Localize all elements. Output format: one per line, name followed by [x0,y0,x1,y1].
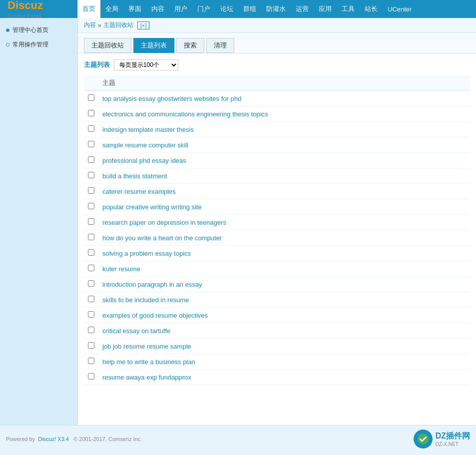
breadcrumb-content[interactable]: 内容 [84,21,96,29]
dz-logo-text-area: DZ插件网 DZ-X.NET [436,431,470,447]
row-checkbox[interactable] [88,280,94,287]
copyright-text: © 2001-2017, Comsenz Inc. [73,436,142,442]
nav-item-tools[interactable]: 工具 [337,0,360,18]
topic-link[interactable]: job job resume resume sample [102,343,191,350]
checkmark-icon [418,434,429,445]
topic-link[interactable]: how do you write a heart on the computer [102,234,222,242]
row-checkbox[interactable] [88,358,94,364]
nav-item-antispam[interactable]: 防灌水 [261,0,291,18]
topic-link[interactable]: critical essay on tartuffe [102,327,170,335]
per-page-select[interactable]: 每页显示100个每页显示50个每页显示20个 [114,59,178,70]
row-checkbox[interactable] [88,94,94,101]
topic-link[interactable]: professional phd essay ideas [102,157,186,164]
dz-logo: DZ插件网 DZ-X.NET [414,430,470,449]
sidebar-item-dashboard[interactable]: 管理中心首页 [0,23,77,37]
nav-item-forum[interactable]: 论坛 [215,0,238,18]
topic-link[interactable]: skills to be included in resume [102,296,189,304]
table-row: skills to be included in resume [84,292,470,308]
topic-link[interactable]: caterer resume examples [102,188,176,195]
row-checkbox[interactable] [88,141,94,147]
topic-link[interactable]: resume awaya exp fundapprox [102,374,191,381]
nav-item-home[interactable]: 首页 [77,0,100,18]
table-row: top analysis essay ghostwriters websites… [84,91,470,106]
row-checkbox[interactable] [88,110,94,116]
row-checkbox[interactable] [88,125,94,132]
topic-link[interactable]: examples of good resume objectives [102,312,208,319]
table-row: examples of good resume objectives [84,308,470,323]
footer-left: Powered by Discuz! X3.4 © 2001-2017, Com… [6,436,142,442]
sidebar-item-label: 管理中心首页 [12,26,48,34]
table-row: caterer resume examples [84,184,470,199]
content-area: 主题列表 每页显示100个每页显示50个每页显示20个 主题 top analy… [78,53,476,391]
table-row: resume awaya exp fundapprox [84,370,470,385]
row-checkbox[interactable] [88,218,94,225]
table-row: solving a problem essay topics [84,246,470,261]
topic-link[interactable]: solving a problem essay topics [102,250,191,257]
topic-link[interactable]: electronics and communications engineeri… [102,110,268,118]
topic-header: 主题 [98,75,470,91]
nav-item-ui[interactable]: 界面 [123,0,146,18]
row-checkbox[interactable] [88,156,94,163]
powered-by-link[interactable]: Discuz! X3.4 [38,436,69,442]
topic-link[interactable]: sample resume computer skill [102,141,188,149]
row-checkbox[interactable] [88,342,94,349]
topic-link[interactable]: top analysis essay ghostwriters websites… [102,95,241,102]
topic-link[interactable]: popular creative writing writing site [102,203,202,211]
tab-list[interactable]: 主题列表 [133,38,174,53]
dz-logo-sub: DZ-X.NET [436,442,470,447]
breadcrumb-separator: » [98,22,101,29]
breadcrumb-add-button[interactable]: [+] [137,21,150,29]
nav-item-apps[interactable]: 应用 [314,0,337,18]
nav-item-global[interactable]: 全局 [100,0,123,18]
tab-bar: 主题回收站 主题列表 搜索 清理 [78,33,476,53]
select-all-header [84,75,98,91]
nav-item-admin[interactable]: 站长 [360,0,383,18]
nav-item-content[interactable]: 内容 [146,0,169,18]
row-checkbox[interactable] [88,249,94,256]
sidebar-item-operations[interactable]: 常用操作管理 [0,37,77,52]
topic-link[interactable]: introduction paragraph in an essay [102,281,202,288]
row-checkbox[interactable] [88,296,94,302]
sidebar-item-label: 常用操作管理 [12,40,48,49]
row-checkbox[interactable] [88,203,94,209]
sidebar: 管理中心首页 常用操作管理 [0,18,77,425]
row-checkbox[interactable] [88,373,94,380]
dot-icon [6,43,9,46]
table-row: critical essay on tartuffe [84,323,470,339]
row-checkbox[interactable] [88,172,94,178]
footer: Powered by Discuz! X3.4 © 2001-2017, Com… [0,425,476,453]
table-row: build a thesis statment [84,168,470,184]
dz-logo-icon [414,430,433,449]
toolbar: 主题列表 每页显示100个每页显示50个每页显示20个 [84,59,470,70]
topic-link[interactable]: help me to write a business plan [102,358,195,366]
layout: 管理中心首页 常用操作管理 内容 » 主题回收站 [+] 主题回收站 主题列表 … [0,18,476,425]
dot-icon [6,28,9,32]
table-row: how do you write a heart on the computer [84,230,470,246]
table-row: popular creative writing writing site [84,199,470,215]
breadcrumb-recycle[interactable]: 主题回收站 [103,21,133,29]
nav-item-portal[interactable]: 门户 [192,0,215,18]
row-checkbox[interactable] [88,265,94,271]
tab-search[interactable]: 搜索 [176,38,204,53]
nav-item-users[interactable]: 用户 [169,0,192,18]
nav-item-ucenter[interactable]: UCenter [383,0,417,18]
tab-clear[interactable]: 清理 [206,38,234,53]
topic-link[interactable]: research paper on depression in teenager… [102,219,226,226]
topic-link[interactable]: build a thesis statment [102,172,167,180]
table-row: indesign template master thesis [84,122,470,137]
row-checkbox[interactable] [88,187,94,194]
topic-link[interactable]: kuter resume [102,265,140,273]
table-row: introduction paragraph in an essay [84,277,470,292]
topic-table: 主题 top analysis essay ghostwriters websi… [84,75,470,385]
table-row: sample resume computer skill [84,137,470,153]
row-checkbox[interactable] [88,327,94,333]
top-navigation: Discuz! Control Panel 首页 全局 界面 内容 用户 门户 … [0,0,476,18]
topic-link[interactable]: indesign template master thesis [102,126,194,133]
table-row: electronics and communications engineeri… [84,106,470,122]
logo-brand: Discuz [7,0,43,11]
row-checkbox[interactable] [88,234,94,240]
row-checkbox[interactable] [88,311,94,318]
nav-item-group[interactable]: 群组 [238,0,261,18]
nav-item-ops[interactable]: 运营 [291,0,314,18]
tab-recycle[interactable]: 主题回收站 [84,38,131,53]
